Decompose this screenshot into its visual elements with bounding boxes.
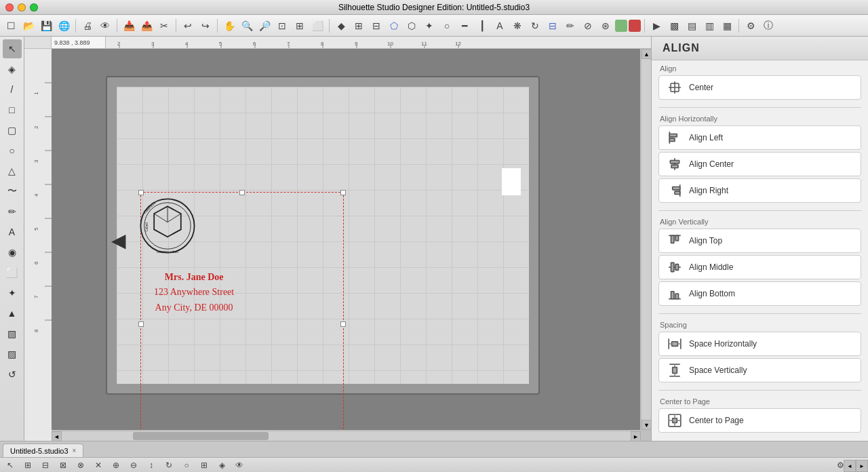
pen-icon[interactable]: ✏ (562, 18, 578, 34)
pentagon-icon[interactable]: ⬡ (403, 18, 420, 34)
status-rotate-btn[interactable]: ↻ (161, 459, 176, 471)
eraser-icon[interactable]: ⊘ (580, 18, 596, 34)
page-tool[interactable]: ▧ (3, 324, 22, 343)
info-icon[interactable]: ⓘ (760, 18, 776, 34)
status-ungroup-btn[interactable]: ⊟ (38, 459, 53, 471)
status-grid-btn[interactable]: ⊞ (197, 459, 212, 471)
library-tool[interactable]: ↺ (3, 365, 22, 384)
scroll-down-button[interactable]: ▼ (642, 420, 651, 430)
grid2-icon[interactable]: ⊟ (368, 18, 384, 34)
redo-button[interactable]: ↪ (197, 18, 214, 34)
pencil-tool[interactable]: ✏ (3, 202, 22, 221)
zoom-fit-button[interactable]: ⊡ (274, 18, 290, 34)
stamp-icon[interactable]: ❋ (509, 18, 526, 34)
text-tool[interactable]: A (3, 222, 22, 241)
status-group-btn[interactable]: ⊞ (20, 459, 35, 471)
vertical-scrollbar[interactable]: ▲ ▼ (641, 49, 651, 430)
send-button[interactable]: ▶ (648, 18, 665, 34)
status-mirror-btn[interactable]: ⊖ (126, 459, 141, 471)
line-h-icon[interactable]: ━ (456, 18, 473, 34)
shape-icon[interactable]: ⬠ (386, 18, 402, 34)
new-button[interactable]: ☐ (3, 18, 19, 34)
rotate-icon[interactable]: ↻ (527, 18, 543, 34)
line-v-icon[interactable]: ┃ (474, 18, 490, 34)
circle-icon[interactable]: ○ (439, 18, 455, 34)
import-button[interactable]: 📥 (121, 18, 137, 34)
space-v-button[interactable]: Space Vertically (658, 358, 861, 382)
rounded-rect-tool[interactable]: ▢ (3, 121, 22, 140)
zoom-out-button[interactable]: 🔎 (256, 18, 273, 34)
status-align-btn[interactable]: ⊠ (56, 459, 71, 471)
handle-tr[interactable] (340, 190, 346, 195)
nav-up-tool[interactable]: ▲ (3, 304, 22, 323)
export-button[interactable]: 📤 (138, 18, 155, 34)
layers-tool[interactable]: ▨ (3, 345, 22, 363)
pan-button[interactable]: ✋ (221, 18, 237, 34)
maximize-button[interactable] (30, 3, 38, 12)
blade-tool[interactable]: ✦ (3, 283, 22, 302)
ellipse-tool[interactable]: ○ (3, 141, 22, 160)
paint-tool[interactable]: ◉ (3, 243, 22, 262)
grid-icon[interactable]: ⊞ (351, 18, 367, 34)
center-to-page-button[interactable]: Center to Page (658, 408, 861, 433)
undo-button[interactable]: ↩ (180, 18, 196, 34)
select-tool[interactable]: ↖ (3, 39, 22, 58)
status-delete-btn[interactable]: ✕ (91, 459, 106, 471)
panel2-icon[interactable]: ▤ (684, 18, 700, 34)
status-copy-btn[interactable]: ⊗ (73, 459, 88, 471)
open-button[interactable]: 📂 (20, 18, 37, 34)
align-bottom-button[interactable]: Align Bottom (658, 281, 861, 306)
zoom-actual-button[interactable]: ⊞ (292, 18, 308, 34)
panel4-icon[interactable]: ▦ (719, 18, 735, 34)
save-button[interactable]: 💾 (38, 18, 54, 34)
settings-icon[interactable]: ⚙ (743, 18, 759, 34)
scroll-left-button[interactable]: ◄ (52, 431, 62, 441)
cut-button[interactable]: ✂ (156, 18, 172, 34)
panel3-icon[interactable]: ▥ (701, 18, 717, 34)
handle-mr[interactable] (340, 321, 346, 327)
color-icon[interactable] (615, 20, 627, 32)
align-icon[interactable]: ⊟ (545, 18, 561, 34)
handle-tl[interactable] (138, 190, 144, 195)
align-right-button[interactable]: Align Right (658, 178, 861, 203)
status-object-btn[interactable]: ○ (179, 459, 194, 471)
tab-untitled5[interactable]: Untitled-5.studio3 × (3, 444, 83, 457)
text-icon[interactable]: A (492, 18, 508, 34)
panel1-icon[interactable]: ▩ (666, 18, 682, 34)
close-button[interactable] (5, 3, 14, 12)
wand-icon[interactable]: ⊛ (597, 18, 614, 34)
tab-close-button[interactable]: × (73, 447, 77, 454)
horizontal-scrollbar[interactable]: ◄ ► (52, 431, 641, 441)
status-flip-btn[interactable]: ↕ (144, 459, 159, 471)
align-center-button[interactable]: Align Center (658, 152, 861, 176)
align-left-button[interactable]: Align Left (658, 125, 861, 150)
center-button[interactable]: Center (658, 75, 861, 100)
status-duplicate-btn[interactable]: ⊕ (108, 459, 123, 471)
line-tool[interactable]: / (3, 80, 22, 99)
scroll-right-button[interactable]: ► (631, 431, 641, 441)
handle-ml[interactable] (138, 321, 144, 327)
zoom-page-button[interactable]: ⬜ (309, 18, 326, 34)
node-tool[interactable]: ◈ (3, 60, 22, 79)
align-top-button[interactable]: Align Top (658, 229, 861, 253)
status-snap-btn[interactable]: ◈ (214, 459, 229, 471)
hscroll-thumb[interactable] (133, 432, 269, 440)
eraser-tool[interactable]: ⬜ (3, 263, 22, 282)
star-icon[interactable]: ✦ (421, 18, 437, 34)
save-web-button[interactable]: 🌐 (56, 18, 72, 34)
status-select-btn[interactable]: ↖ (3, 459, 18, 471)
align-middle-button[interactable]: Align Middle (658, 255, 861, 279)
fill-icon[interactable]: ◆ (333, 18, 349, 34)
color2-icon[interactable] (629, 20, 641, 32)
scroll-up-button[interactable]: ▲ (642, 49, 651, 59)
handle-tm[interactable] (239, 190, 245, 195)
space-h-button[interactable]: Space Horizontally (658, 332, 861, 356)
print-preview-button[interactable]: 👁 (97, 18, 113, 34)
tab-scroll-left[interactable]: ◄ (844, 460, 856, 472)
zoom-in-button[interactable]: 🔍 (239, 18, 255, 34)
freehand-tool[interactable]: 〜 (3, 182, 22, 201)
rectangle-tool[interactable]: □ (3, 100, 22, 119)
minimize-button[interactable] (18, 3, 26, 12)
print-button[interactable]: 🖨 (79, 18, 96, 34)
status-visible-btn[interactable]: 👁 (232, 459, 247, 471)
